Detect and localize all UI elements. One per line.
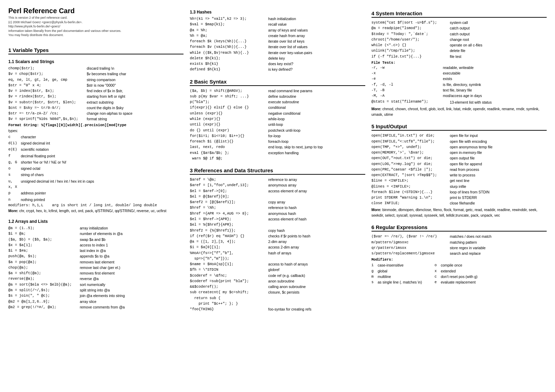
io-row-4: open(OUT,">out.txt") or die; open output… (372, 155, 547, 161)
ref-row-11: @a = ([1, 2],[3, 4]); 2-dim array (190, 239, 365, 244)
sys-row-3: chroot("/home/user/"); change root (372, 37, 547, 42)
scalars-row-7: $cnt = $sky =~ tr/0-9//; count the digit… (8, 105, 183, 111)
sys-row-5: unlink("/tmp/file"); delete file (372, 48, 547, 53)
arr-row-7: chop(@a); remove last char (per el.) (8, 265, 183, 270)
scalars-table: chomp($str); discard trailing \n $v = ch… (8, 66, 183, 122)
syn-row-3: if(expr){} elsif {} else {} conditional (190, 105, 365, 110)
ref-row-20: sub createcnt{ my $c=shift; closure, $c … (190, 289, 365, 295)
arr-row-5: push(@a, $s); appends $s to @a (8, 253, 183, 259)
io-row-8: $line = <INFILE>; get next line (372, 178, 547, 183)
arr-row-8: $a = shift(@a); removes first element (8, 270, 183, 276)
section-6-heading: 6 Regular Expressions (372, 224, 547, 232)
ref-row-17: $coderef = \&fnc; code ref (e.g. callbac… (190, 273, 365, 278)
scalars-row-2: eq, ne, lt, gt, le, ge, cmp string compa… (8, 77, 183, 82)
syn-row-4: unless (expr){} negative conditional (190, 111, 365, 116)
section-3: $aref = \@a; reference to array $aref = … (190, 177, 365, 312)
format-string-line: Format String: %[flags][0][width][.preci… (8, 123, 183, 127)
re-row-3: s/pattern/replacement/igmsoxe search and… (372, 251, 547, 256)
hash-row-8: exists $h{k1} does key exist? (190, 61, 365, 67)
modifiers-line: modifiers: h,1,L arg is short int / long… (8, 203, 183, 207)
hash-row-5: foreach $v (vals(%h)){...} iterate over … (190, 44, 365, 50)
ft-row-5: -M, -A mod/access age in days (372, 93, 547, 98)
scalars-row-6: $v = substr($str, $strt, $len); extract … (8, 99, 183, 105)
arr-row-2: ($a, $b) = ($b, $a); swap $a and $b (8, 237, 183, 242)
ft-row-2: -e exists (372, 76, 547, 81)
section-2-heading: 2 Basic Syntax (190, 79, 365, 86)
fmt-u: u, x, X unsigned decimal int / hex int /… (8, 178, 183, 190)
fmt-n: n nothing printed (8, 197, 183, 202)
ref-row-7: $el = $href->{APR}; access element of ha… (190, 216, 365, 222)
ft-row-3: -f, -d, -l is file, directory, symlink (372, 82, 547, 87)
syn-row-2: p("bla"); execute subroutine (190, 99, 365, 105)
hash-row-4: foreach $k (keys(%h)){...} iterate over … (190, 38, 365, 44)
arr-row-11: @a = split(/~/,$s); split string into @a (8, 287, 183, 293)
format-types-table: c character d(i) signed decimal int e(E)… (8, 134, 183, 202)
io-row-11: print STDERR "Warning 1.\n"; print to ST… (372, 195, 547, 200)
modifiers-label: Modifiers: (372, 258, 547, 262)
hash-row-0: %h=(k1 => "val1",k2 => 3); hash initiali… (190, 16, 365, 21)
io-row-5: open(LOG,">>my.log") or die; open file f… (372, 161, 547, 167)
io-row-9: @lines = <INFILE>; slurp infile (372, 184, 547, 189)
fmt-f: f decimal floating point (8, 153, 183, 159)
file-tests-table: -r, -w readable, writeable -x executable… (372, 65, 547, 99)
sys-row-0: system("cat $f|sort -u>$f.s"); system ca… (372, 20, 547, 25)
sys-row-6: if (-f "file.txt"){...} file test (372, 54, 547, 59)
arr-row-13: @a2 = @a[1,2,6..9]; array slice (8, 299, 183, 304)
ref-row-16: $fh = \*STDIN globref (190, 267, 365, 272)
syn-row-8: for($i=1; $i<=10; $i++){} for-loop (190, 133, 365, 139)
ref-row-12: $i = $a[0][1]; access 2-dim array (190, 244, 365, 250)
header: Perl Reference Card This is version 2 of… (8, 7, 183, 41)
io-row-10: foreach $line (<STDIN>){...} loop of lin… (372, 189, 547, 195)
io-row-6: open(PRC,"caesar <$file |"); read from p… (372, 167, 547, 172)
file-tests-label: File Tests: (372, 61, 547, 65)
syn-row-10: last, next, redo end loop, skip to next,… (190, 144, 365, 150)
syn-row-7: do {} until (expr) postcheck until-loop (190, 128, 365, 133)
scalars-row-1: $v = chop($str); $v becomes trailing cha… (8, 71, 183, 77)
ref-row-5: $href = \%h; reference to hash (190, 205, 365, 210)
ref-row-1: $aref = [1,"foo",undef,13]; anonymous ar… (190, 182, 365, 188)
hash-row-3: %h = @a; create hash from array (190, 33, 365, 38)
fmt-p: p address pointer (8, 190, 183, 196)
io-row-1: open(INFILE,"<:utf8","file"); open file … (372, 139, 547, 144)
ref-row-9: $href2 = {%{$href1}}; copy hash (190, 228, 365, 233)
ref-row-4: $aref2 = [@{$aref1}]; copy array (190, 199, 365, 205)
io-row-3: open(MEMORY,'>', \$var); open in-memory-… (372, 150, 547, 155)
section-1-1: 1.1 Scalars and Strings chomp($str); dis… (8, 56, 183, 214)
ref-row-22: print "$c++"; }; } (190, 301, 365, 306)
page: Perl Reference Card This is version 2 of… (8, 7, 547, 315)
hashes-table: %h=(k1 => "val1",k2 => 3); hash initiali… (190, 16, 365, 72)
arr-row-10: @a = sort{$ela <=> $elb}(@a); sort numer… (8, 282, 183, 287)
arr-row-1: $i = @a; number of elements in @a (8, 231, 183, 236)
ref-row-23: *foo{THING} foo-syntax for creating refs (190, 306, 365, 312)
regex-table: ($var =~ /re/), ($var !~ /re/) matches /… (372, 234, 547, 256)
syn-row-extra: warn $@ if $@; (190, 156, 365, 161)
scalars-row-0: chomp($str); discard trailing \n (8, 66, 183, 71)
io-row-7: open(EXTRACT, "|sort >Tmp$$"); write to … (372, 172, 547, 178)
ft-row-0: -r, -w readable, writeable (372, 65, 547, 70)
sys-row-4: while (<*.c>) {} operate on all c-files (372, 42, 547, 48)
section-1-1-heading: 1.1 Scalars and Strings (8, 59, 183, 64)
section-2: ($a, $b) = shift(@ARGV); read command li… (190, 88, 365, 161)
more-system: More: chmod, chown, chroot, fcntl, glob,… (372, 106, 547, 117)
section-1-2-heading: 1.2 Arrays and Lists (8, 219, 183, 224)
stat-line: @stats = stat("filename"); 13-element li… (372, 99, 547, 105)
refs-table: $aref = \@a; reference to array $aref = … (190, 177, 365, 312)
arr-row-6: $a = pop(@a); removes last element (8, 259, 183, 265)
io-row-12: close INFILE; close filehandle (372, 200, 547, 206)
section-5: open(INFILE,"in.txt") or die; open file … (372, 133, 547, 218)
subtitle: This is version 2 of the perl reference … (8, 16, 183, 37)
fmt-e: e(E) scientific notation (8, 147, 183, 152)
fmt-o: o signed octal (8, 166, 183, 171)
more-io: More: binmode, dbmopen, dbmclose, fileno… (372, 207, 547, 218)
ref-row-21: return sub { (190, 295, 365, 301)
section-1-2: 1.2 Arrays and Lists @a = (1..5); array … (8, 216, 183, 310)
ref-row-14: sp=>["h","m"]}); (190, 256, 365, 261)
ref-row-0: $aref = \@a; reference to array (190, 177, 365, 182)
sys-row-1: @a = readpipe("lsmod"); catch output (372, 25, 547, 31)
section-1-heading: 1 Variable Types (8, 47, 183, 54)
arrays-table: @a = (1..5); array initialization $i = @… (8, 225, 183, 310)
fmt-c: c character (8, 134, 183, 140)
section-1-3: 1.3 Hashes %h=(k1 => "val1",k2 => 3); ha… (190, 7, 365, 72)
arr-row-14: @a2 = grep(!/^#/, @a); remove comments f… (8, 304, 183, 310)
re-row-1: m/pattern/igmsoxc matching pattern (372, 239, 547, 245)
